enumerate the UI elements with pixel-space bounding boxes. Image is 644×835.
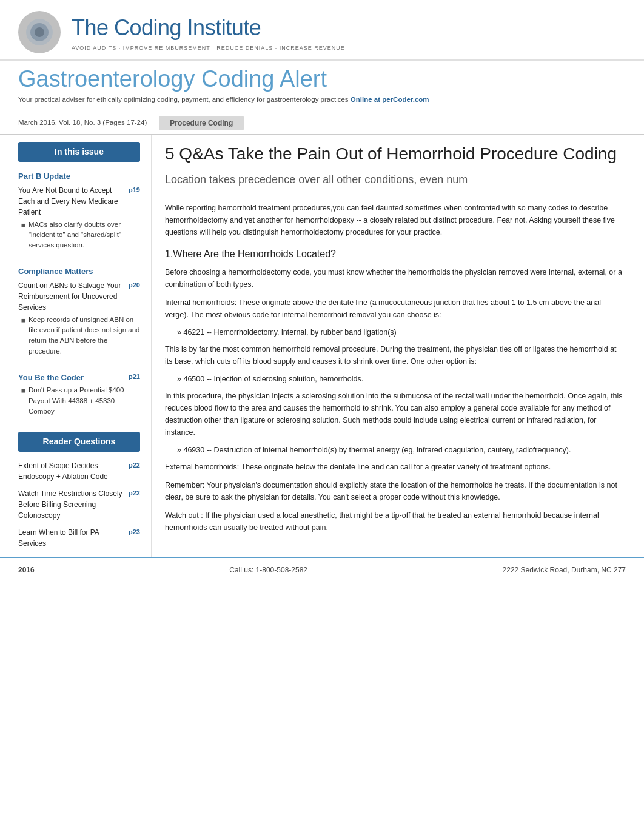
sidebar-rq-item-2-page: p22 (129, 488, 140, 498)
sidebar-item-coder-label: You Be the Coder p21 (18, 372, 140, 384)
article-quote-1: » 46221 -- Hemorrhoidectomy, internal, b… (177, 327, 626, 338)
article-quote-3: » 46930 -- Destruction of internal hemor… (177, 444, 626, 456)
sidebar-rq-item-2-wrapper: Watch Time Restrictions Closely Before B… (18, 488, 140, 521)
banner-online-link[interactable]: Online at perCoder.com (351, 96, 429, 103)
sidebar-divider-1 (18, 258, 140, 258)
sidebar-item-part-b-1-page: p19 (129, 185, 140, 195)
bullet-icon-1: ■ (21, 220, 25, 251)
sidebar-item-coder-page: p21 (129, 372, 140, 382)
header: The Coding Institute AVOID AUDITS · IMPR… (0, 0, 644, 61)
meta-tab-label: Procedure Coding (159, 116, 244, 130)
sidebar-rq-item-3-wrapper: Learn When to Bill for PA Services p23 (18, 527, 140, 549)
sidebar-bullet-coder-1-text: Don't Pass up a Potential $400 Payout Wi… (29, 385, 140, 417)
sidebar-bullet-compliance-1: ■ Keep records of unsigned ABN on file e… (18, 315, 140, 357)
main-layout: In this issue Part B Update You Are Not … (0, 135, 644, 557)
sidebar-bullet-part-b-1-text: MACs also clarify doubts over "incident … (29, 220, 140, 251)
sidebar-rq-item-3[interactable]: Learn When to Bill for PA Services p23 (18, 527, 140, 549)
sidebar-rq-item-2-text: Watch Time Restrictions Closely Before B… (18, 488, 126, 521)
article-title: 5 Q&As Take the Pain Out of Hemorrhoid P… (165, 143, 626, 164)
article-section-1-p6: Remember: Your physician's documentation… (165, 479, 626, 503)
meta-bar: March 2016, Vol. 18, No. 3 (Pages 17-24)… (0, 112, 644, 135)
sidebar-rq-item-1-page: p22 (129, 460, 140, 471)
sidebar-divider-2 (18, 364, 140, 364)
sidebar-rq-item-3-page: p23 (129, 527, 140, 537)
article-intro: While reporting hemorrhoid treatment pro… (165, 202, 626, 238)
article-section-1-p4: In this procedure, the physician injects… (165, 390, 626, 438)
sidebar-rq-item-3-text: Learn When to Bill for PA Services (18, 527, 126, 549)
sidebar-item-part-b-1[interactable]: You Are Not Bound to Accept Each and Eve… (18, 185, 140, 218)
header-title: The Coding Institute (72, 12, 345, 44)
sidebar-section-coder: You Be the Coder (18, 372, 84, 384)
footer-phone: Call us: 1-800-508-2582 (229, 565, 307, 575)
bullet-icon-2: ■ (21, 315, 25, 357)
sidebar-bullet-part-b-1: ■ MACs also clarify doubts over "inciden… (18, 220, 140, 251)
sidebar-rq-item-1[interactable]: Extent of Scope Decides Endoscopy + Abla… (18, 460, 140, 482)
article-section-1-p1: Before choosing a hemorrhoidectomy code,… (165, 266, 626, 290)
banner-description-text: Your practical adviser for ethically opt… (18, 96, 349, 103)
sidebar-rq-item-1-text: Extent of Scope Decides Endoscopy + Abla… (18, 460, 126, 482)
article-section-1-p5: External hemorrhoids: These originate be… (165, 461, 626, 473)
bullet-icon-3: ■ (21, 386, 25, 417)
banner-title: Gastroenterology Coding Alert (18, 67, 626, 92)
sidebar-section-part-b: Part B Update (18, 170, 140, 183)
article-section-1-p2: Internal hemorrhoids: These originate ab… (165, 297, 626, 321)
sidebar-item-compliance-1-text: Count on ABNs to Salvage Your Reimbursem… (18, 280, 126, 313)
sidebar-rq-item-2[interactable]: Watch Time Restrictions Closely Before B… (18, 488, 140, 521)
sidebar: In this issue Part B Update You Are Not … (0, 135, 152, 557)
footer-year: 2016 (18, 565, 35, 575)
article-section-1-heading: 1.Where Are the Hemorrhoids Located? (165, 247, 626, 261)
article-section-1-p3: This is by far the most common hemorrhoi… (165, 343, 626, 367)
sidebar-item-compliance-1[interactable]: Count on ABNs to Salvage Your Reimbursem… (18, 280, 140, 313)
sidebar-divider-3 (18, 424, 140, 424)
sidebar-item-part-b-1-text: You Are Not Bound to Accept Each and Eve… (18, 185, 126, 218)
footer-address: 2222 Sedwick Road, Durham, NC 277 (503, 565, 626, 575)
article: 5 Q&As Take the Pain Out of Hemorrhoid P… (152, 135, 644, 557)
article-quote-2: » 46500 -- Injection of sclerosing solut… (177, 374, 626, 385)
banner: Gastroenterology Coding Alert Your pract… (0, 61, 644, 108)
footer: 2016 Call us: 1-800-508-2582 2222 Sedwic… (0, 557, 644, 582)
header-subtitle: AVOID AUDITS · IMPROVE REIMBURSEMENT · R… (72, 44, 345, 53)
meta-issue-info: March 2016, Vol. 18, No. 3 (Pages 17-24) (18, 118, 147, 128)
reader-questions-heading: Reader Questions (18, 432, 140, 452)
article-subtitle: Location takes precedence over all other… (165, 173, 626, 193)
svg-point-2 (35, 27, 44, 37)
sidebar-item-compliance-1-page: p20 (129, 280, 140, 290)
logo-circle (18, 11, 61, 53)
article-section-1-p7: Watch out : If the physician used a loca… (165, 509, 626, 534)
header-text: The Coding Institute AVOID AUDITS · IMPR… (72, 12, 345, 53)
sidebar-section-compliance: Compliance Matters (18, 266, 140, 278)
banner-desc: Your practical adviser for ethically opt… (18, 95, 626, 105)
sidebar-bullet-coder-1: ■ Don't Pass up a Potential $400 Payout … (18, 385, 140, 417)
sidebar-bullet-compliance-1-text: Keep records of unsigned ABN on file eve… (29, 315, 140, 357)
in-this-issue-heading: In this issue (18, 142, 140, 162)
